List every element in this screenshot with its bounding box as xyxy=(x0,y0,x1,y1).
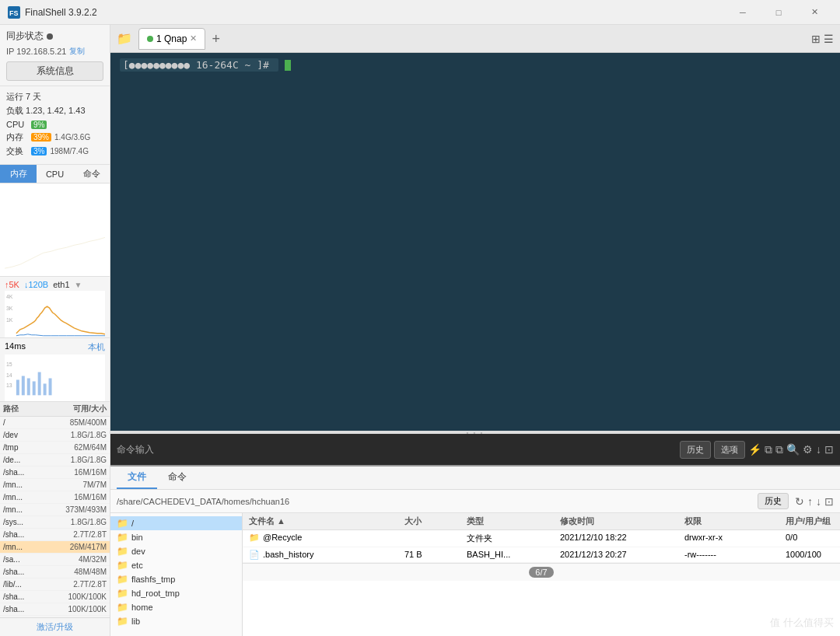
ping-sublabel: 本机 xyxy=(88,341,105,353)
tree-item[interactable]: 📁/ xyxy=(110,516,242,530)
terminal-cursor xyxy=(285,60,291,71)
tree-folder-icon: 📁 xyxy=(117,518,128,529)
col-name: 文件名 ▲ xyxy=(249,515,404,527)
svg-rect-16 xyxy=(44,383,47,395)
fullscreen-icon[interactable]: ⊡ xyxy=(824,443,834,456)
download-icon[interactable]: ↓ xyxy=(816,443,821,456)
mem-value: 1.4G/3.6G xyxy=(54,133,90,142)
net-dropdown-icon[interactable]: ▼ xyxy=(75,281,82,289)
swap-stat-row: 交换 3% 198M/7.4G xyxy=(6,145,103,157)
mem-stat-row: 内存 39% 1.4G/3.6G xyxy=(6,131,103,143)
maximize-button[interactable]: □ xyxy=(761,0,796,25)
fp-tab-cmd[interactable]: 命令 xyxy=(157,467,198,489)
disk-usage: 48M/48M xyxy=(50,568,107,576)
terminal-user-host: [●●●●●●●●●● 16-264C ~ ]# xyxy=(120,58,278,72)
close-button[interactable]: ✕ xyxy=(796,0,832,25)
tree-item[interactable]: 📁dev xyxy=(110,544,242,558)
file-list: 文件名 ▲ 大小 类型 修改时间 权限 用户/用户组 📁@Recycle 文件夹… xyxy=(243,513,840,636)
tree-items: 📁/📁bin📁dev📁etc📁flashfs_tmp📁hd_root_tmp📁h… xyxy=(110,516,242,628)
fp-tab-file[interactable]: 文件 xyxy=(117,467,157,489)
lightning-icon[interactable]: ⚡ xyxy=(748,443,761,456)
mem-pct: 39% xyxy=(31,133,51,142)
cmd-input-field[interactable] xyxy=(159,444,675,455)
disk-row: /85M/400M xyxy=(0,417,110,429)
activate-button[interactable]: 激活/升级 xyxy=(0,617,110,636)
disk-row: /dev1.8G/1.8G xyxy=(0,429,110,442)
ip-label: IP 192.168.5.21 xyxy=(6,47,66,56)
fp-refresh-icon[interactable]: ↻ xyxy=(795,495,804,508)
tree-item[interactable]: 📁hd_root_tmp xyxy=(110,586,242,600)
col-permissions: 权限 xyxy=(684,515,786,527)
tab-cmd[interactable]: 命令 xyxy=(73,165,110,183)
sidebar-top: 同步状态 IP 192.168.5.21 复制 系统信息 xyxy=(0,25,110,86)
fp-download-icon[interactable]: ↓ xyxy=(816,495,821,508)
paste-icon[interactable]: ⧉ xyxy=(775,443,783,456)
file-user-group: 1000/100 xyxy=(786,550,840,560)
tree-folder-icon: 📁 xyxy=(117,560,128,571)
disk-path: /mn... xyxy=(3,505,50,514)
disk-usage: 1.8G/1.8G xyxy=(50,456,107,464)
load: 负载 1.23, 1.42, 1.43 xyxy=(6,105,103,117)
net-graph: 4K 3K 1K xyxy=(5,291,105,337)
file-modified: 2021/12/13 20:27 xyxy=(560,550,684,560)
terminal[interactable]: [●●●●●●●●●● 16-264C ~ ]# xyxy=(110,53,840,431)
tab-cpu[interactable]: CPU xyxy=(37,165,73,183)
net-chart: ↑5K ↓120B eth1 ▼ 4K 3K 1K xyxy=(0,277,110,338)
tree-item[interactable]: 📁lib xyxy=(110,614,242,628)
svg-rect-12 xyxy=(22,376,25,396)
net-header: ↑5K ↓120B eth1 ▼ xyxy=(5,280,105,289)
file-folder-icon: 📁 xyxy=(249,533,260,542)
disk-path: /mn... xyxy=(3,480,50,489)
select-button[interactable]: 选项 xyxy=(714,441,745,459)
col-type: 类型 xyxy=(467,515,560,527)
disk-row: /mn...26M/417M xyxy=(0,541,110,554)
tree-item[interactable]: 📁home xyxy=(110,600,242,614)
swap-label: 交换 xyxy=(6,145,28,157)
net-up: ↑5K xyxy=(5,280,19,289)
tree-folder-icon: 📁 xyxy=(117,588,128,599)
disk-path: /sa... xyxy=(3,555,50,564)
disk-usage: 100K/100K xyxy=(50,605,107,613)
copy-icon[interactable]: ⧉ xyxy=(765,443,772,456)
history-button[interactable]: 历史 xyxy=(680,441,711,459)
disk-usage: 1.8G/1.8G xyxy=(50,518,107,526)
tab-close-icon[interactable]: ✕ xyxy=(190,33,197,44)
minimize-button[interactable]: ─ xyxy=(725,0,761,25)
sync-status: 同步状态 xyxy=(6,30,103,43)
tree-item[interactable]: 📁etc xyxy=(110,558,242,572)
svg-text:4K: 4K xyxy=(6,294,13,299)
cpu-stat-row: CPU 9% xyxy=(6,120,103,129)
search-icon[interactable]: 🔍 xyxy=(786,443,800,456)
fp-upload-icon[interactable]: ↑ xyxy=(807,495,813,508)
fp-more-icon[interactable]: ⊡ xyxy=(824,495,834,508)
tab-qnap[interactable]: 1 Qnap ✕ xyxy=(138,28,205,50)
disk-usage: 2.7T/2.8T xyxy=(50,530,107,539)
sync-label: 同步状态 xyxy=(6,30,44,43)
disk-path: /sha... xyxy=(3,468,50,477)
disk-usage: 85M/400M xyxy=(50,418,107,427)
disk-usage: 100K/100K xyxy=(50,592,107,601)
tab-add-button[interactable]: + xyxy=(208,32,223,46)
list-view-icon[interactable]: ☰ xyxy=(824,33,834,45)
tree-item[interactable]: 📁flashfs_tmp xyxy=(110,572,242,586)
fp-history-button[interactable]: 历史 xyxy=(758,493,789,509)
disk-rows: /85M/400M/dev1.8G/1.8G/tmp62M/64M/de...1… xyxy=(0,417,110,616)
tree-item[interactable]: 📁bin xyxy=(110,530,242,544)
svg-text:14: 14 xyxy=(6,372,12,378)
file-list-row[interactable]: 📁@Recycle 文件夹 2021/12/10 18:22 drwxr-xr-… xyxy=(243,530,840,547)
disk-usage: 16M/16M xyxy=(50,493,107,501)
grid-view-icon[interactable]: ⊞ xyxy=(811,33,821,45)
sidebar: 同步状态 IP 192.168.5.21 复制 系统信息 运行 7 天 负载 1… xyxy=(0,25,110,636)
svg-rect-7 xyxy=(5,357,105,400)
disk-section: 路径 可用/大小 /85M/400M/dev1.8G/1.8G/tmp62M/6… xyxy=(0,402,110,617)
terminal-prompt-text: 16-264C ~ ]# xyxy=(196,59,269,71)
mem-label: 内存 xyxy=(6,131,28,143)
disk-path: /sha... xyxy=(3,592,50,601)
copy-button[interactable]: 复制 xyxy=(69,46,85,57)
tree-label: flashfs_tmp xyxy=(131,575,175,584)
settings-icon[interactable]: ⚙ xyxy=(803,443,813,456)
file-list-row[interactable]: 📄.bash_history 71 B BASH_HI... 2021/12/1… xyxy=(243,547,840,563)
file-pagination: 6/7 xyxy=(243,563,840,581)
sys-info-button[interactable]: 系统信息 xyxy=(6,61,103,81)
tab-mem[interactable]: 内存 xyxy=(0,165,37,183)
